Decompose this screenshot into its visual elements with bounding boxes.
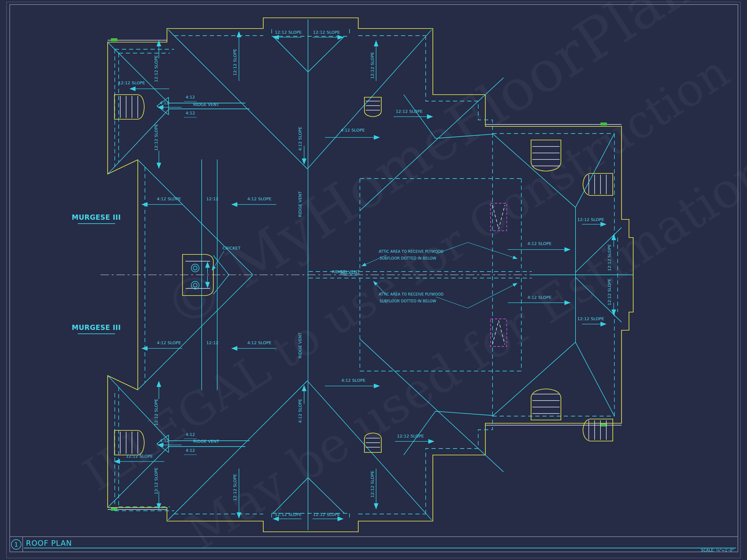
cad-sheet: © MyHomeFloorPlans.com ILLEGAL to use fo… xyxy=(0,0,747,560)
plan-label: 12:12 SLOPE xyxy=(370,52,375,79)
plan-label: RIDGE VENT xyxy=(193,102,219,107)
plan-label: 4:12 xyxy=(159,101,169,105)
plan-label: 12:12 SLOPE xyxy=(126,454,153,458)
plan-label: 4:12 xyxy=(185,95,195,100)
plan-label: 12:12 SLOPE xyxy=(232,474,237,501)
plan-label: 12:12 SLOPE xyxy=(232,49,237,76)
plan-label: 12:12 SLOPE xyxy=(154,399,158,426)
plan-label: 12:12 SLOPE xyxy=(577,217,604,222)
plan-label: 4:12 xyxy=(185,110,195,115)
plan-label: 4:12 SLOPE xyxy=(298,127,303,151)
plan-label: MURGESE III xyxy=(72,214,121,221)
plan-label: SUBFLOOR DOTTED IN BELOW xyxy=(380,299,436,303)
plan-label: 12:12 SLOPE xyxy=(275,512,302,517)
plan-label: RIDGE VENT xyxy=(298,191,303,217)
plan-label: 12:12 SLOPE xyxy=(397,434,424,438)
plan-label: 12:12 SLOPE xyxy=(154,468,158,495)
plan-label: 4:12 xyxy=(185,432,195,437)
plan-label: 12:12 xyxy=(206,196,218,201)
plan-label: 4:12 SLOPE xyxy=(157,340,181,345)
plan-label: 12:12 SLOPE xyxy=(118,80,145,85)
plan-label: 4:12 SLOPE xyxy=(527,241,552,246)
watermark-line1: © MyHomeFloorPlans.com xyxy=(153,0,747,342)
plan-label: MURGESE III xyxy=(72,324,121,331)
plan-label: 12:12 SLOPE xyxy=(154,124,158,151)
plan-label: 12:12 SLOPE xyxy=(154,55,158,82)
plan-label: 4:12 SLOPE xyxy=(527,295,552,300)
scale-label: SCALE: ¼"=1'-0" xyxy=(701,548,734,553)
plan-label: 4:12 SLOPE xyxy=(157,196,181,201)
plan-label: 12:12 SLOPE xyxy=(275,30,302,35)
plan-label: RIDGE VENT xyxy=(298,332,303,358)
plan-label: RIDGE VENT xyxy=(193,439,219,444)
watermark: © MyHomeFloorPlans.com ILLEGAL to use fo… xyxy=(74,0,747,560)
plan-label: SUBFLOOR DOTTED IN BELOW xyxy=(380,256,436,261)
plan-label: 12:12 SLOPE xyxy=(313,512,340,517)
plan-label: 12:12 SLOPE xyxy=(396,109,423,114)
plan-label: 12:12 SLOPE xyxy=(370,471,375,498)
plan-label: 12:12 SLOPE xyxy=(577,316,604,321)
plan-label: 4:12 SLOPE xyxy=(298,399,303,423)
plan-label: 12:12 xyxy=(206,340,218,345)
plan-label: 4:12 SLOPE xyxy=(341,128,365,133)
plan-label: CRICKET xyxy=(223,246,240,250)
plan-label: 4:12 SLOPE xyxy=(248,340,272,345)
plan-label: 4:12 xyxy=(185,448,195,453)
plan-label: 4:12 xyxy=(159,438,169,443)
title-block-text: 1 ROOF PLAN SCALE: ¼"=1'-0" xyxy=(14,539,734,553)
plan-label: 12:12 SLOPE xyxy=(607,244,612,271)
sheet-title: ROOF PLAN xyxy=(26,539,72,548)
sheet-detail-number: 1 xyxy=(14,541,18,548)
plan-label: 4:12 SLOPE xyxy=(248,196,272,201)
plan-label: 4:12 SLOPE xyxy=(341,378,366,383)
plan-label: ATTIC AREA TO RECEIVE PLYWOOD xyxy=(379,249,443,254)
plan-label: ATTIC AREA TO RECEIVE PLYWOOD xyxy=(379,292,443,296)
plan-label: 12:12 SLOPE xyxy=(607,279,612,305)
plan-label: NO VENT xyxy=(341,269,360,274)
plan-label: 12:12 SLOPE xyxy=(313,30,340,35)
roof-plan-canvas: © MyHomeFloorPlans.com ILLEGAL to use fo… xyxy=(0,0,747,560)
